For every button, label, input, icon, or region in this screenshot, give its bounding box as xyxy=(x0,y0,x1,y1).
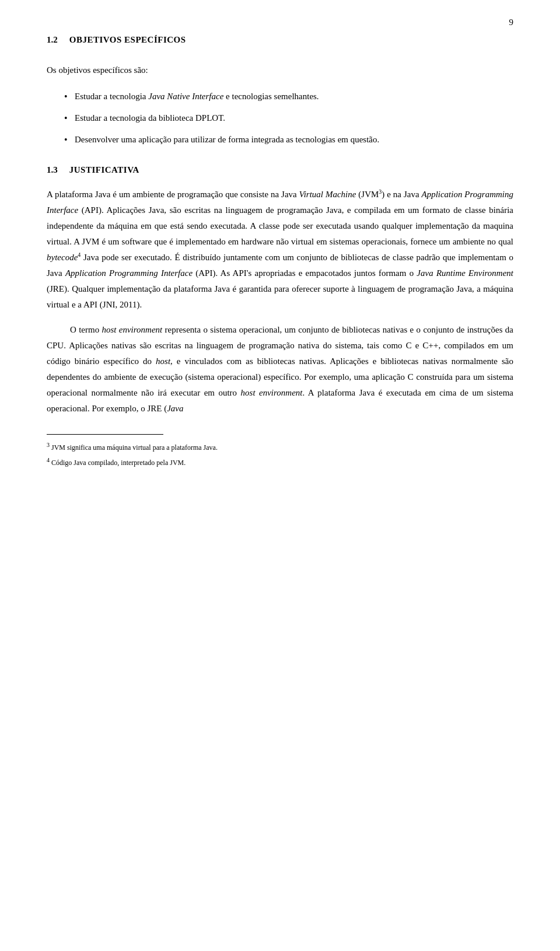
list-item: Estudar a tecnologia Java Native Interfa… xyxy=(64,89,513,104)
sup-4: 4 xyxy=(78,251,80,258)
italic-programming-interface: Programming Interface xyxy=(109,268,192,278)
sup-3: 3 xyxy=(379,188,382,195)
footnote-divider xyxy=(47,434,163,435)
footnote-3: 3 JVM significa uma máquina virtual para… xyxy=(47,440,513,453)
footnote-4-text: Código Java compilado, interpretado pela… xyxy=(51,459,186,467)
section-1-2-heading: 1.2 OBJETIVOS ESPECÍFICOS xyxy=(47,35,513,45)
footnote-3-text: JVM significa uma máquina virtual para a… xyxy=(51,443,218,452)
italic-bytecode: bytecode xyxy=(47,253,78,262)
list-item: Estudar a tecnologia da biblioteca DPLOT… xyxy=(64,110,513,126)
list-item-text: Estudar a tecnologia da biblioteca DPLOT… xyxy=(75,113,225,123)
justificativa-paragraph-2: O termo host environment representa o si… xyxy=(47,322,513,417)
section-1-2-title: OBJETIVOS ESPECÍFICOS xyxy=(69,35,186,45)
italic-jni: Java Native Interface xyxy=(148,92,223,101)
list-item-text: Desenvolver uma aplicação para utilizar … xyxy=(75,135,379,144)
section-1-3-number: 1.3 xyxy=(47,165,58,175)
italic-java: Java xyxy=(167,404,183,413)
footnote-4: 4 Código Java compilado, interpretado pe… xyxy=(47,456,513,468)
list-item: Desenvolver uma aplicação para utilizar … xyxy=(64,132,513,148)
justificativa-paragraph-1: A plataforma Java é um ambiente de progr… xyxy=(47,187,513,313)
objectives-list: Estudar a tecnologia Java Native Interfa… xyxy=(64,89,513,148)
italic-virtual-machine: Virtual Machine xyxy=(299,190,356,199)
italic-jre: Java Runtime Environment xyxy=(416,268,513,278)
italic-application-programming-interface: Application Programming Interface xyxy=(47,190,513,215)
list-item-text: Estudar a tecnologia Java Native Interfa… xyxy=(75,92,319,101)
page-container: 9 1.2 OBJETIVOS ESPECÍFICOS Os objetivos… xyxy=(0,0,560,951)
section-1-3-heading: 1.3 JUSTIFICATIVA xyxy=(47,165,513,175)
section-1-3-title: JUSTIFICATIVA xyxy=(69,165,139,175)
italic-host-environment-2: host environment xyxy=(241,388,303,397)
page-number: 9 xyxy=(509,18,514,27)
intro-text: Os objetivos específicos são: xyxy=(47,62,513,78)
section-1-2-number: 1.2 xyxy=(47,35,58,45)
footnote-4-sup: 4 xyxy=(47,457,50,463)
italic-host-environment-1: host environment xyxy=(102,325,162,334)
italic-application: Application xyxy=(65,268,106,278)
italic-host: host xyxy=(156,356,170,366)
footnote-3-sup: 3 xyxy=(47,442,50,448)
